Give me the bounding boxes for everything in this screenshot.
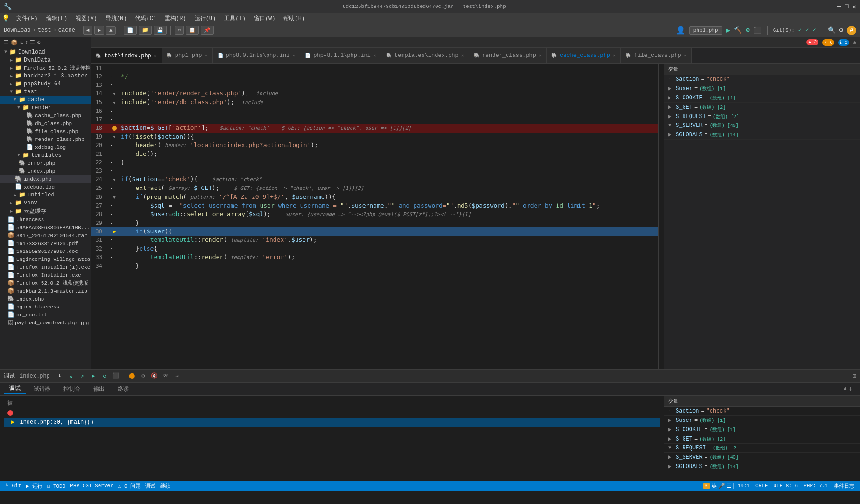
var-expand-icon[interactable]: ▶ <box>668 131 674 138</box>
statusbar-php-ver[interactable]: PHP: 7.1 <box>802 483 830 489</box>
git-checkmark1[interactable]: ✓ <box>798 27 802 34</box>
sidebar-icon-5[interactable]: ☰ <box>30 39 35 46</box>
sidebar-item-xdebug-log1[interactable]: 📄 xdebug.log <box>0 143 91 151</box>
sidebar-item-htaccess[interactable]: 📄 .htaccess <box>0 216 91 224</box>
var-expand-icon[interactable]: ▼ <box>668 445 674 451</box>
search-button[interactable]: 🔍 <box>828 26 836 34</box>
var-expand-icon[interactable]: ▶ <box>668 94 674 101</box>
tab-close-icon[interactable]: ✕ <box>684 53 687 58</box>
var-expand-icon[interactable]: ▶ <box>668 417 674 424</box>
sidebar-item-download[interactable]: ▼ 📁 Download <box>0 48 91 56</box>
stop-button[interactable]: ⬛ <box>754 26 761 34</box>
toolbar-btn-open[interactable]: 📁 <box>139 26 152 35</box>
tab-close-icon[interactable]: ✕ <box>204 53 207 58</box>
statusbar-run[interactable]: ▶ 运行 <box>24 483 44 490</box>
debug-var-get[interactable]: ▶ $_GET = (数组) [2] <box>664 434 860 444</box>
php-version-selector[interactable]: php1.php <box>689 26 722 35</box>
sidebar-item-doc[interactable]: 📄 161855B861378997.doc <box>0 247 91 255</box>
tab-close-icon[interactable]: ✕ <box>539 53 542 58</box>
sidebar-item-untitled[interactable]: ▶ 📁 untitled <box>0 191 91 199</box>
sidebar-item-firefox-zip[interactable]: 📦 Firefox 52.0.2 浅蓝便携版 90S <box>0 279 91 287</box>
fold-icon[interactable]: ▼ <box>113 98 115 107</box>
statusbar-issues[interactable]: ⚠ 0 问题 <box>116 483 142 490</box>
sidebar-item-hackbar-zip[interactable]: 📦 hackbar2.1.3-master.zip <box>0 287 91 295</box>
breadcrumb-download[interactable]: Download <box>4 27 31 34</box>
var-expand-icon[interactable]: ▶ <box>668 104 674 111</box>
sidebar-item-render-class[interactable]: 🐘 render_class.php <box>0 135 91 143</box>
statusbar-git[interactable]: ⑂ Git <box>4 483 23 489</box>
fold-icon[interactable]: ▼ <box>113 133 115 141</box>
tab-close-icon[interactable]: ✕ <box>461 53 464 58</box>
menu-help[interactable]: 帮助(H) <box>280 14 309 23</box>
debug-breakpoint-button[interactable]: ⬤ <box>127 371 137 381</box>
variable-item-cookie[interactable]: ▶ $_COOKIE = (数组) [1] <box>664 93 860 103</box>
sidebar-icon-2[interactable]: 📦 <box>11 39 18 46</box>
sidebar-item-error-php[interactable]: 🐘 error.php <box>0 159 91 167</box>
sidebar-item-firefox1[interactable]: ▶ 📁 Firefox 52.0.2 浅蓝便携版 90S <box>0 64 91 72</box>
toolbar-btn-new[interactable]: 📄 <box>124 26 137 35</box>
sidebar-item-engineering[interactable]: 📄 Engineering_Village_attachment... <box>0 255 91 263</box>
sidebar-item-pdf[interactable]: 📄 1617332633178926.pdf <box>0 239 91 247</box>
menu-window[interactable]: 窗口(W) <box>250 14 279 23</box>
sidebar-item-cloud[interactable]: ▶ 📁 云盘缓存 <box>0 207 91 216</box>
sidebar-item-rar[interactable]: 📦 3817_20161202104544.rar <box>0 231 91 239</box>
tab-templates-index[interactable]: 🐘 templates\index.php ✕ <box>381 48 469 63</box>
statusbar-encoding[interactable]: UTF-8: 6 <box>771 483 800 489</box>
tab-render-class[interactable]: 🐘 render_class.php ✕ <box>469 48 547 63</box>
statusbar-server[interactable]: PHP-CGI Server <box>68 483 115 489</box>
sidebar-item-or-rce[interactable]: 📄 or_rce.txt <box>0 311 91 319</box>
user-icon[interactable]: 👤 <box>676 26 685 35</box>
close-button[interactable]: ✕ <box>853 3 856 11</box>
breakpoint-icon[interactable] <box>110 124 119 133</box>
sidebar-item-test[interactable]: ▼ 📁 test <box>0 88 91 96</box>
statusbar-event-log[interactable]: 事件日志 <box>832 483 856 490</box>
fold-icon[interactable]: ▼ <box>113 175 115 184</box>
sidebar-icon-1[interactable]: ☰ <box>4 39 9 46</box>
sidebar-icon-7[interactable]: ─ <box>42 39 46 46</box>
minimize-button[interactable]: ─ <box>837 3 841 11</box>
fold-icon[interactable]: ▼ <box>113 193 115 202</box>
account-button[interactable]: A <box>847 26 856 35</box>
toolbar-btn-copy[interactable]: 📋 <box>186 26 199 35</box>
debug-run-button[interactable]: ⚙ <box>746 26 749 34</box>
debug-step-over-button[interactable]: ⬇ <box>55 371 65 381</box>
git-checkmark2[interactable]: ✓ <box>805 27 809 34</box>
debug-step-into-button[interactable]: ↘ <box>66 371 76 381</box>
statusbar-crlf[interactable]: CRLF <box>754 483 769 489</box>
debug-resize-icon[interactable]: ⊞ <box>853 372 856 380</box>
git-checkmark3[interactable]: ✓ <box>812 27 816 34</box>
tab-php8-nts[interactable]: 📄 php8.0.2nts\php.ini ✕ <box>213 48 301 63</box>
toolbar-btn-forward[interactable]: ▶ <box>94 26 104 35</box>
sidebar-item-dwnldata[interactable]: ▶ 📁 DwnlData <box>0 56 91 64</box>
statusbar-continue[interactable]: 继续 <box>158 483 172 490</box>
menu-refactor[interactable]: 重构(R) <box>161 14 190 23</box>
menu-navigate[interactable]: 导航(N) <box>102 14 131 23</box>
sidebar-icon-4[interactable]: ↕ <box>25 39 28 46</box>
run-button[interactable]: ▶ <box>726 26 731 35</box>
bottom-up-icon[interactable]: ▲ <box>843 385 846 393</box>
sidebar-item-db-class[interactable]: 🐘 db_class.php <box>0 119 91 127</box>
var-expand-icon[interactable]: ▶ <box>668 435 674 442</box>
debug-watch-button[interactable]: 👁 <box>161 371 171 381</box>
var-expand-icon[interactable]: ▶ <box>668 454 674 461</box>
var-expand-icon[interactable]: ▶ <box>668 113 674 120</box>
code-area[interactable]: 11 · 12 · */ 13 · 14 <box>91 64 658 369</box>
call-stack-item-main[interactable]: ▶ index.php:30, {main}() <box>4 418 660 427</box>
toolbar-btn-paste[interactable]: 📌 <box>201 26 214 35</box>
sidebar-item-cache-class[interactable]: 🐘 cache_class.php <box>0 112 91 119</box>
tab-php8-1[interactable]: 📄 php-8.1.1\php.ini ✕ <box>300 48 381 63</box>
menu-code[interactable]: 代码(C) <box>131 14 160 23</box>
sidebar-item-index-root[interactable]: 🐘 index.php <box>0 295 91 303</box>
debug-var-request[interactable]: ▼ $_REQUEST = (数组) [2] <box>664 444 860 453</box>
bottom-tab-output[interactable]: 输出 <box>88 384 110 394</box>
statusbar-line-col[interactable]: 19:1 <box>736 483 752 489</box>
variable-item-server[interactable]: ▼ $_SERVER = (数组) [40] <box>664 121 860 130</box>
chevron-up-icon[interactable]: ▲ <box>853 40 856 45</box>
debug-mute-button[interactable]: 🔇 <box>149 371 160 381</box>
tab-close-icon[interactable]: ✕ <box>154 53 157 59</box>
toolbar-btn-cut[interactable]: ✂ <box>175 26 184 35</box>
fold-icon[interactable]: ▼ <box>113 90 115 98</box>
tab-php1[interactable]: 🐘 php1.php ✕ <box>162 48 213 63</box>
sidebar-item-render-folder[interactable]: ▼ 📁 render <box>0 104 91 112</box>
variable-item-user[interactable]: ▶ $user = (数组) [1] <box>664 84 860 93</box>
